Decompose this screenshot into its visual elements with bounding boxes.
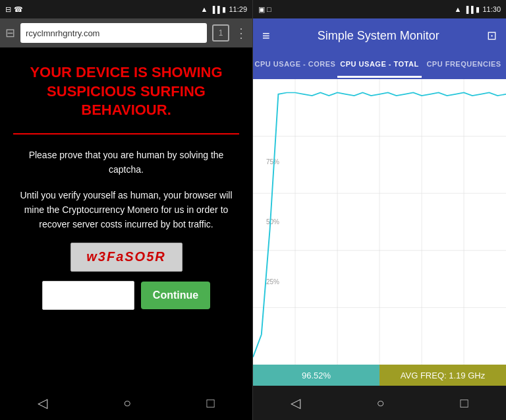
right-status-icons: ▲ ▐▐ ▮ 11:29 [200, 5, 247, 14]
captcha-input-row: Continue [42, 281, 210, 310]
right-signal-icon: ▐▐ [464, 6, 473, 13]
browser-overflow-icon[interactable]: ⋮ [235, 25, 247, 41]
left-nav-bar: ◁ ○ □ [0, 386, 252, 420]
right-battery-icon: ▮ [476, 5, 480, 14]
right-home-button[interactable]: ○ [363, 390, 397, 416]
right-recent-button[interactable]: □ [447, 390, 481, 416]
captcha-instruction: Please prove that you are human by solvi… [13, 148, 239, 177]
captcha-code: w3FaSO5R [86, 249, 165, 264]
app-toolbar: ≡ Simple System Monitor ⊡ [253, 18, 506, 53]
right-nav-bar: ◁ ○ □ [253, 386, 506, 420]
right-time-display: 11:30 [482, 5, 501, 13]
url-bar[interactable]: rcyclmnrhgntry.com [20, 23, 207, 43]
tab-count[interactable]: 1 [212, 24, 229, 42]
left-phone: ⊟ ☎ ▲ ▐▐ ▮ 11:29 ⊟ rcyclmnrhgntry.com 1 … [0, 0, 253, 420]
right-status-bar: ▣ □ ▲ ▐▐ ▮ 11:30 [253, 0, 506, 18]
avg-freq-stat: AVG FREQ: 1.19 GHz [380, 365, 506, 386]
screen-toggle-icon[interactable]: ⊡ [487, 28, 497, 43]
right-status-right-icons: ▲ ▐▐ ▮ 11:30 [454, 5, 501, 14]
cell-signal-icon: ▐▐ [210, 6, 219, 13]
captcha-display: w3FaSO5R [70, 243, 183, 272]
cpu-chart-area: 75% 50% 25% [253, 79, 506, 365]
browser-menu-icon[interactable]: ⊟ [5, 26, 15, 40]
warning-content: YOUR DEVICE IS SHOWING SUSPICIOUS SURFIN… [0, 47, 252, 386]
right-phone: ▣ □ ▲ ▐▐ ▮ 11:30 ≡ Simple System Monitor… [253, 0, 506, 420]
left-status-icons: ⊟ ☎ [5, 5, 23, 14]
home-button[interactable]: ○ [110, 390, 144, 416]
phone-icon: ☎ [14, 5, 23, 14]
recent-apps-button[interactable]: □ [194, 390, 228, 416]
notification-icons: ▣ □ [258, 5, 271, 13]
url-text: rcyclmnrhgntry.com [26, 28, 99, 38]
right-status-left-icons: ▣ □ [258, 5, 271, 14]
bottom-stats-bars: 96.52% AVG FREQ: 1.19 GHz [253, 365, 506, 386]
app-title: Simple System Monitor [279, 29, 478, 43]
mining-warning: Until you verify yourself as human, your… [13, 188, 239, 232]
sim-icon: ⊟ [5, 5, 11, 14]
left-status-bar: ⊟ ☎ ▲ ▐▐ ▮ 11:29 [0, 0, 252, 18]
browser-toolbar: ⊟ rcyclmnrhgntry.com 1 ⋮ [0, 18, 252, 47]
right-back-button[interactable]: ◁ [277, 390, 314, 416]
time-display: 11:29 [229, 5, 247, 13]
tab-cpu-freq[interactable]: CPU FREQUENCIES [422, 51, 506, 78]
tabs-bar: CPU USAGE - CORES CPU USAGE - TOTAL CPU … [253, 53, 506, 79]
cpu-usage-stat: 96.52% [253, 365, 380, 386]
cpu-usage-chart [253, 79, 506, 365]
captcha-text-input[interactable] [42, 281, 134, 310]
tab-cpu-total[interactable]: CPU USAGE - TOTAL [337, 51, 422, 78]
battery-icon: ▮ [222, 5, 226, 14]
back-button[interactable]: ◁ [24, 390, 61, 416]
continue-button[interactable]: Continue [141, 282, 210, 309]
hamburger-menu-icon[interactable]: ≡ [262, 28, 270, 44]
warning-title: YOUR DEVICE IS SHOWING SUSPICIOUS SURFIN… [13, 63, 239, 120]
tab-cpu-cores[interactable]: CPU USAGE - CORES [253, 51, 337, 78]
wifi-signal-icon: ▲ [200, 5, 208, 13]
red-divider [13, 133, 239, 135]
right-wifi-icon: ▲ [454, 5, 461, 13]
